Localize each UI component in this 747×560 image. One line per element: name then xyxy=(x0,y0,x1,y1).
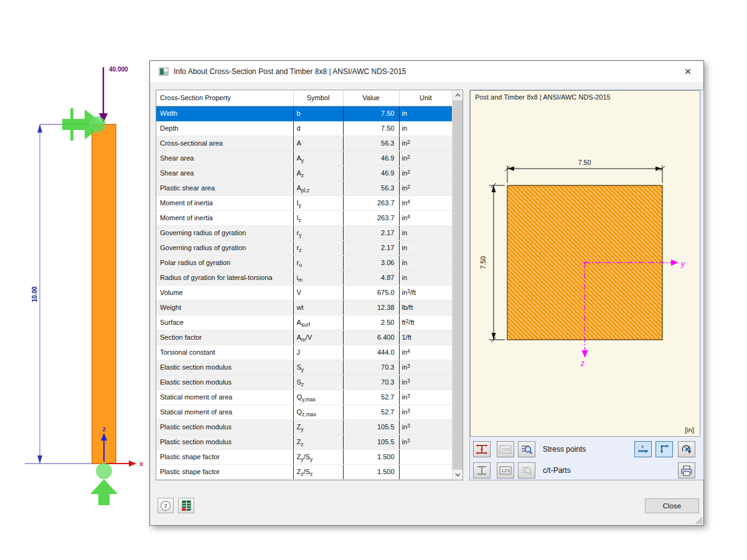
table-row[interactable]: Moment of inertiaIz263.7in4 xyxy=(156,210,452,225)
units-label: [in] xyxy=(685,426,694,434)
ibeam-ct-parts-icon xyxy=(476,465,488,476)
details-magnifier-icon xyxy=(520,444,533,455)
axis-z-label: z xyxy=(102,425,105,432)
info-dialog: Info About Cross-Section Post and Timber… xyxy=(149,60,704,526)
close-icon[interactable]: × xyxy=(680,63,696,80)
cross-section-icon xyxy=(159,67,169,77)
excel-export-icon xyxy=(181,500,192,511)
table-row[interactable]: Weightwt12.38lb/ft xyxy=(156,300,452,315)
svg-text:?: ? xyxy=(164,502,167,510)
table-row[interactable]: Elastic section modulusSy70.3in3 xyxy=(156,360,452,375)
stress-points-numbering-button[interactable]: 123 xyxy=(497,441,514,457)
table-row[interactable]: Cross-sectional areaA56.3in2 xyxy=(156,136,452,151)
header-symbol: Symbol xyxy=(293,90,343,106)
details-magnifier-icon xyxy=(520,465,533,476)
table-row[interactable]: Plastic section modulusZz105.5in3 xyxy=(156,434,452,449)
close-button[interactable]: Close xyxy=(645,498,699,513)
svg-text:x: x xyxy=(641,444,644,449)
cross-section-table-body: Widthb7.50inDepthd7.50inCross-sectional … xyxy=(156,106,452,480)
dialog-title: Info About Cross-Section Post and Timber… xyxy=(174,67,406,76)
member-x-axis-icon: x xyxy=(637,444,649,455)
table-row[interactable]: VolumeV675.0in3/ft xyxy=(156,285,452,300)
table-row[interactable]: Torsional constantJ444.0in4 xyxy=(156,345,452,360)
stress-points-details-button[interactable] xyxy=(518,441,535,457)
dimension-value-label: 10.00 xyxy=(31,286,38,302)
table-row[interactable]: Governing radius of gyrationrz2.17in xyxy=(156,240,452,255)
chevron-up-icon xyxy=(455,93,461,97)
header-unit: Unit xyxy=(399,90,452,106)
preview-panel: 7.50 7.50 xyxy=(469,90,704,480)
model-canvas: 10.00 40.000 z x xyxy=(0,56,162,535)
export-excel-button[interactable] xyxy=(178,498,194,513)
printer-icon xyxy=(680,465,693,476)
table-row[interactable]: Depthd7.50in xyxy=(156,121,452,136)
ct-parts-details-button[interactable] xyxy=(518,462,535,478)
ct-parts-display-button[interactable] xyxy=(473,462,491,478)
rotate-view-icon xyxy=(680,444,693,455)
support-bottom[interactable] xyxy=(90,463,118,505)
application-background: 10.00 40.000 z x xyxy=(0,0,747,560)
table-header-row: Cross-Section Property Symbol Value Unit xyxy=(156,90,452,106)
dimension-depth xyxy=(489,183,505,342)
section-drawing: 7.50 7.50 xyxy=(471,91,701,437)
table-row[interactable]: Statical moment of areaQy,max52.7in3 xyxy=(156,390,452,404)
load-value-label: 40.000 xyxy=(109,66,128,73)
timber-column-member[interactable] xyxy=(92,124,116,464)
scroll-down-button[interactable] xyxy=(453,470,463,480)
table-row[interactable]: Polar radius of gyrationro3.06in xyxy=(156,255,452,270)
width-dim-label: 7.50 xyxy=(578,159,591,166)
stress-points-display-button[interactable] xyxy=(473,441,491,457)
table-row[interactable]: Plastic shape factorZz/Sz1.500 xyxy=(156,464,452,479)
table-row[interactable]: Elastic section modulusSz70.3in3 xyxy=(156,375,452,390)
table-row[interactable]: Governing radius of gyrationry2.17in xyxy=(156,225,452,240)
height-dim-label: 7.50 xyxy=(479,256,487,269)
svg-text:123: 123 xyxy=(501,447,510,452)
table-row[interactable]: Radius of gyration for lateral-torsionai… xyxy=(156,270,452,285)
nodal-load-arrow[interactable] xyxy=(99,67,108,123)
resize-grip[interactable] xyxy=(694,516,703,525)
axis-y-label: y xyxy=(680,259,685,268)
dialog-titlebar: Info About Cross-Section Post and Timber… xyxy=(150,61,703,82)
section-drawing-canvas: 7.50 7.50 xyxy=(470,90,700,437)
dimension-width xyxy=(505,166,665,183)
chevron-down-icon xyxy=(455,473,461,477)
vertical-scrollbar[interactable] xyxy=(452,90,463,480)
reset-rotation-button[interactable] xyxy=(678,441,695,457)
ct-parts-numbering-button[interactable]: 123 xyxy=(497,462,514,478)
table-row[interactable]: SurfaceAsurf2.50ft2/ft xyxy=(156,315,452,330)
help-icon: ? xyxy=(160,500,171,511)
numbering-123-icon: 123 xyxy=(499,466,512,475)
view-axes-toggle[interactable] xyxy=(655,441,673,457)
table-row[interactable]: Plastic shape factorZy/Sy1.500 xyxy=(156,449,452,464)
help-button[interactable]: ? xyxy=(157,498,174,513)
section-axes-icon xyxy=(658,444,670,455)
table-row[interactable]: Shear areaAz46.9in2 xyxy=(156,166,452,180)
table-row[interactable]: Plastic section modulusZy105.5in3 xyxy=(156,419,452,434)
svg-text:123: 123 xyxy=(501,468,510,474)
table-row[interactable]: Section factorAm/V6.4001/ft xyxy=(156,330,452,345)
axis-x-label: x xyxy=(139,460,143,467)
header-value: Value xyxy=(343,90,399,106)
table-row[interactable]: Plastic shear areaApl,z56.3in2 xyxy=(156,180,452,195)
table-row[interactable]: Moment of inertiaIy263.7in4 xyxy=(156,195,452,210)
scroll-up-button[interactable] xyxy=(453,90,463,100)
stress-points-label: Stress points xyxy=(543,445,586,454)
print-button[interactable] xyxy=(678,462,695,478)
axis-z-section-label: z xyxy=(580,359,585,368)
numbering-123-icon: 123 xyxy=(499,445,512,454)
cross-section-table: Cross-Section Property Symbol Value Unit… xyxy=(156,90,463,480)
preview-header: Post and Timber 8x8 | ANSI/AWC NDS-2015 xyxy=(475,93,611,101)
scroll-thumb[interactable] xyxy=(453,100,463,470)
table-row[interactable]: Shear areaAy46.9in2 xyxy=(156,151,452,166)
table-row[interactable]: Statical moment of areaQz,max52.7in3 xyxy=(156,404,452,419)
ibeam-stress-points-icon xyxy=(476,444,488,455)
view-x-direction-toggle[interactable]: x xyxy=(634,441,652,457)
ct-parts-label: c/t-Parts xyxy=(543,466,571,475)
table-row[interactable]: Widthb7.50in xyxy=(156,106,452,121)
header-property: Cross-Section Property xyxy=(156,90,293,106)
